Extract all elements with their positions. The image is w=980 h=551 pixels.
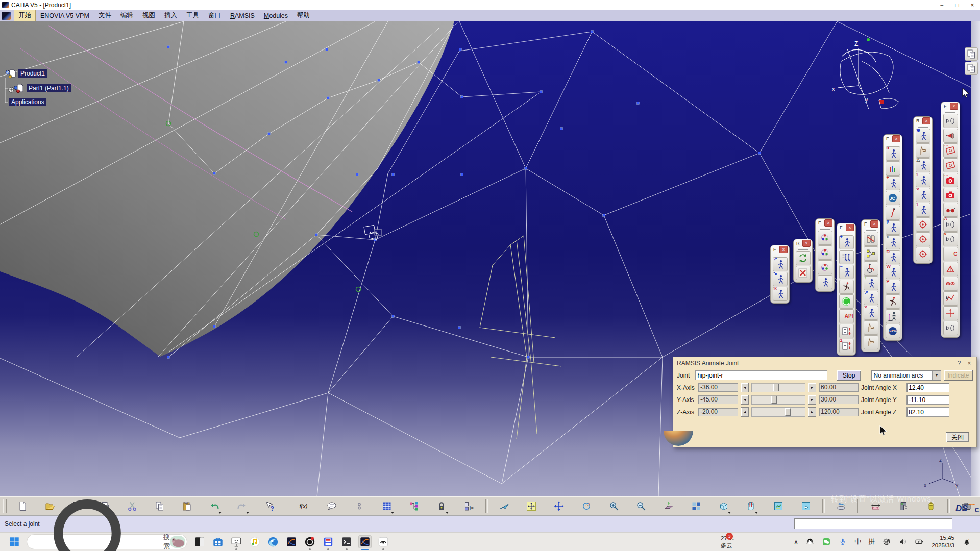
toolbar-vision-header[interactable]: Fx: [942, 103, 959, 110]
catia-active-icon[interactable]: [358, 535, 372, 548]
menu-item-Modules[interactable]: Modules: [259, 11, 292, 21]
catia-splash-icon[interactable]: [285, 535, 298, 548]
ime-pinyin-indicator[interactable]: 拼: [868, 537, 875, 546]
tray-chevron-icon[interactable]: ∧: [794, 538, 799, 546]
r-arrow-pose2-icon[interactable]: ↘: [773, 272, 788, 286]
cancel-icon[interactable]: [796, 266, 811, 280]
joint-angle-input[interactable]: [906, 395, 949, 405]
r-arrow-pose-icon[interactable]: ↗: [773, 257, 788, 271]
motion-figure-icon[interactable]: [886, 294, 900, 309]
animation-arcs-select[interactable]: No animation arcs ▼: [871, 370, 941, 381]
toolbar-ramsis-main-close-icon[interactable]: x: [892, 135, 900, 142]
dropdown-caret-icon[interactable]: [728, 512, 731, 514]
menu-item-帮助[interactable]: 帮助: [292, 10, 314, 21]
vision-line-icon[interactable]: [943, 114, 958, 128]
vision-triangle-icon[interactable]: [943, 262, 958, 276]
mic-tray-icon[interactable]: [838, 537, 847, 546]
vision-down-icon[interactable]: v: [943, 232, 958, 246]
walk-figure-icon[interactable]: [818, 275, 832, 289]
store-icon[interactable]: [211, 535, 225, 548]
close-book-icon[interactable]: [864, 232, 878, 246]
menu-item-窗口[interactable]: 窗口: [204, 10, 226, 21]
maximize-button[interactable]: □: [949, 2, 965, 9]
toolbar-update-close-icon[interactable]: x: [802, 240, 811, 247]
joint-angle-input[interactable]: [906, 383, 949, 392]
clip-b-icon[interactable]: [965, 62, 978, 75]
privacy-eye-icon[interactable]: [377, 535, 390, 548]
sync-icon[interactable]: [796, 251, 811, 265]
whats-this-icon[interactable]: ?: [262, 498, 277, 514]
toolbar-r-pose-header[interactable]: Fx: [772, 246, 788, 253]
dropdown-caret-icon[interactable]: [755, 512, 758, 514]
w-manikin-icon[interactable]: W: [886, 265, 900, 279]
refresh-swirl-icon[interactable]: [839, 294, 854, 309]
redo-icon[interactable]: [234, 498, 250, 514]
power-input-field[interactable]: [794, 518, 952, 529]
dialog-help-button[interactable]: ?: [954, 360, 964, 367]
move-manikin-icon[interactable]: ↗: [864, 291, 878, 305]
terminal-icon[interactable]: [340, 535, 353, 548]
slider-left-arrow[interactable]: ◄: [741, 407, 749, 417]
axis-slider[interactable]: [751, 407, 805, 417]
foot-posture-icon[interactable]: [818, 245, 832, 260]
remove-figure-icon[interactable]: −: [839, 265, 854, 279]
toolbar-ramsis-main-grip[interactable]: [888, 143, 898, 145]
toolbar-update-grip[interactable]: [798, 247, 808, 250]
slider-left-arrow[interactable]: ◄: [741, 395, 749, 405]
slider-thumb[interactable]: [785, 408, 791, 416]
joint-input[interactable]: [695, 370, 827, 380]
design-table-icon[interactable]: [379, 498, 395, 514]
browser-app-icon[interactable]: [266, 535, 280, 548]
network-globe-icon[interactable]: [882, 537, 891, 546]
network-icon[interactable]: [864, 246, 878, 261]
parameters-icon[interactable]: }=: [461, 498, 477, 514]
menu-item-编辑[interactable]: 编辑: [116, 10, 138, 21]
iso-view-icon[interactable]: [716, 498, 731, 514]
dropdown-caret-icon[interactable]: [246, 512, 249, 514]
new-document-icon[interactable]: [15, 498, 30, 514]
paste-icon[interactable]: [179, 498, 194, 514]
display-app-icon[interactable]: [230, 535, 243, 548]
dropdown-caret-icon[interactable]: [218, 512, 222, 514]
taskbar-clock[interactable]: 15:452025/3/3: [932, 534, 954, 549]
axis-slider[interactable]: [751, 395, 805, 405]
vision-axes-icon[interactable]: [943, 306, 958, 320]
dialog-close-icon[interactable]: ×: [964, 360, 974, 367]
nasa-icon[interactable]: NASA: [886, 324, 900, 338]
add-figure-icon[interactable]: +: [839, 235, 854, 249]
photo-frame-icon[interactable]: [943, 158, 958, 172]
view-mode-b-icon[interactable]: [798, 498, 814, 514]
point-hand-icon[interactable]: [864, 320, 878, 335]
r-red-pose-icon[interactable]: R: [773, 287, 788, 301]
undo-icon[interactable]: [207, 498, 222, 514]
taskbar-search[interactable]: 搜索: [27, 534, 187, 549]
dialog-title-bar[interactable]: RAMSIS Animate Joint ? ×: [673, 357, 976, 368]
toolbar-figures-close-icon[interactable]: x: [846, 224, 854, 231]
toolbar-vision-close-icon[interactable]: x: [950, 103, 958, 110]
structure-icon[interactable]: [406, 498, 422, 514]
target-a-icon[interactable]: [916, 217, 930, 232]
formula-icon[interactable]: f(x): [297, 498, 312, 514]
x-manikin-icon[interactable]: x: [886, 235, 900, 249]
toolbar-analysis-grip[interactable]: [866, 228, 876, 231]
obs-icon[interactable]: [303, 535, 316, 548]
slider-right-arrow[interactable]: ►: [808, 395, 816, 405]
menu-item-开始[interactable]: 开始: [14, 10, 36, 21]
multi-view-icon[interactable]: [689, 498, 704, 514]
target-c-icon[interactable]: [916, 247, 930, 261]
joint-angle-input[interactable]: [906, 407, 949, 417]
fit-all-icon[interactable]: [524, 498, 539, 514]
start-button[interactable]: [8, 535, 21, 548]
spine-icon[interactable]: [886, 206, 900, 220]
close-button[interactable]: 关闭: [946, 432, 969, 442]
weather-widget[interactable]: 327°C多云: [719, 535, 734, 549]
zoom-in-icon[interactable]: [606, 498, 622, 514]
glasses-icon[interactable]: [943, 203, 958, 217]
camera-frames-icon[interactable]: …: [943, 173, 958, 187]
lock-icon[interactable]: [434, 498, 449, 514]
view-mode-a-icon[interactable]: [771, 498, 786, 514]
stand-manikin-icon[interactable]: ↑: [864, 276, 878, 290]
chevron-down-icon[interactable]: ▼: [932, 371, 941, 380]
toolbar-postures-grip[interactable]: [820, 227, 830, 230]
slider-right-arrow[interactable]: ►: [808, 407, 816, 417]
